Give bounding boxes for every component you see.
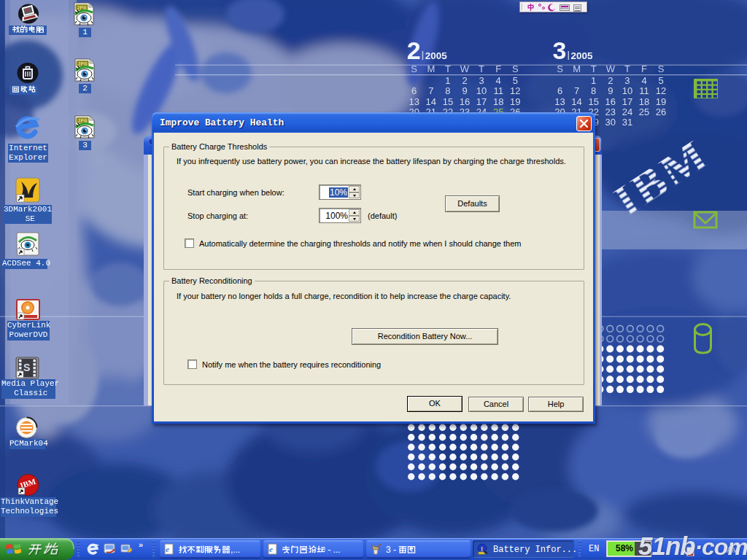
svg-text:M: M (573, 63, 581, 74)
svg-text:19: 19 (510, 96, 520, 107)
svg-text:11: 11 (639, 85, 649, 96)
svg-text:18: 18 (493, 96, 503, 107)
svg-text:e: e (269, 545, 273, 553)
svg-text:M: M (427, 63, 435, 74)
svg-text:7: 7 (574, 85, 579, 96)
svg-text:2: 2 (407, 36, 421, 64)
svg-text:8: 8 (445, 85, 450, 96)
svg-text:13: 13 (554, 96, 565, 107)
svg-text:S: S (23, 362, 30, 373)
svg-text:2005: 2005 (425, 50, 448, 61)
svg-text:30: 30 (605, 117, 616, 128)
svg-text:T: T (479, 63, 484, 74)
svg-text:5: 5 (513, 75, 518, 86)
svg-text:15: 15 (588, 96, 598, 107)
svg-text:14: 14 (426, 96, 436, 107)
svg-text:2: 2 (462, 75, 467, 86)
svg-text:3: 3 (479, 75, 484, 86)
svg-text:e: e (166, 545, 169, 553)
svg-text:23: 23 (605, 106, 616, 117)
svg-text:T: T (591, 63, 597, 74)
svg-text:2: 2 (608, 75, 613, 86)
svg-text:11: 11 (493, 85, 503, 96)
svg-text:F: F (495, 63, 501, 74)
svg-text:7: 7 (428, 85, 433, 96)
svg-text:16: 16 (460, 96, 470, 107)
svg-text:5: 5 (658, 75, 663, 86)
svg-text:4: 4 (496, 75, 501, 86)
svg-text:S: S (411, 63, 417, 74)
svg-text:19: 19 (656, 96, 666, 107)
svg-text:31: 31 (622, 117, 632, 128)
svg-text:13: 13 (409, 96, 419, 107)
svg-text:24: 24 (622, 106, 632, 117)
svg-text:F: F (641, 63, 647, 74)
svg-text:W: W (460, 63, 470, 74)
svg-text:14: 14 (571, 96, 581, 107)
svg-text:9: 9 (608, 85, 613, 96)
svg-text:9: 9 (462, 85, 467, 96)
svg-text:12: 12 (510, 85, 520, 96)
svg-text:S: S (658, 63, 665, 74)
svg-text:15: 15 (443, 96, 453, 107)
svg-text:T: T (445, 63, 451, 74)
svg-text:17: 17 (622, 96, 632, 107)
svg-text:17: 17 (476, 96, 487, 107)
svg-text:10: 10 (622, 85, 632, 96)
svg-text:12: 12 (656, 85, 666, 96)
svg-text:3: 3 (553, 36, 567, 64)
svg-text:10: 10 (476, 85, 487, 96)
svg-text:25: 25 (639, 106, 649, 117)
svg-text:1: 1 (445, 75, 450, 86)
svg-text:W: W (606, 63, 616, 74)
svg-text:S: S (512, 63, 519, 74)
svg-text:16: 16 (605, 96, 616, 107)
svg-text:1: 1 (591, 75, 596, 86)
svg-text:26: 26 (656, 106, 666, 117)
svg-text:T: T (624, 63, 630, 74)
svg-text:3: 3 (624, 75, 630, 86)
svg-text:2005: 2005 (571, 50, 594, 61)
svg-text:8: 8 (591, 85, 596, 96)
svg-text:6: 6 (557, 85, 562, 96)
svg-text:18: 18 (639, 96, 649, 107)
svg-text:6: 6 (411, 85, 417, 96)
svg-text:4: 4 (641, 75, 646, 86)
svg-text:S: S (557, 63, 563, 74)
svg-text:!: ! (481, 545, 483, 553)
